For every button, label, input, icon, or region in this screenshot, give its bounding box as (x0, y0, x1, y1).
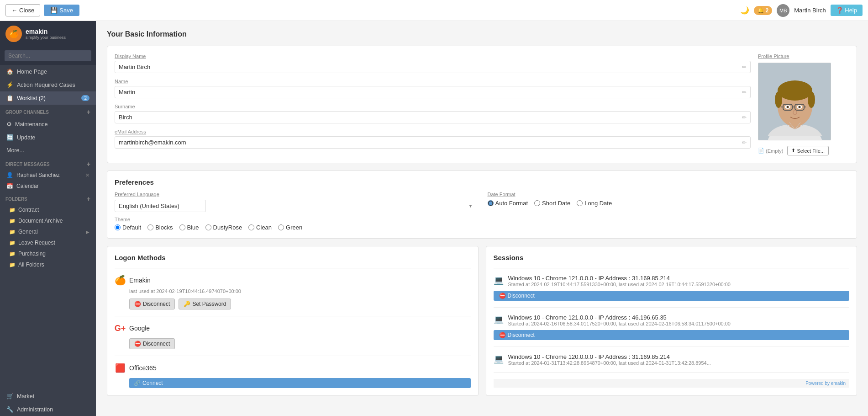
display-name-input[interactable] (119, 64, 739, 70)
google-disconnect-button[interactable]: ⛔ Disconnect (129, 338, 175, 349)
session-3-name: Windows 10 - Chrome 120.0.0.0 - IP Addre… (508, 353, 850, 360)
office365-method-icon: 🟥 (115, 363, 126, 373)
google-method-icon: G+ (115, 323, 126, 334)
select-arrow-icon: ▼ (468, 203, 473, 208)
office365-connect-button[interactable]: 🔗 Connect (129, 378, 471, 388)
person-icon: 👤 (6, 172, 13, 178)
connect-icon: 🔗 (134, 380, 141, 386)
logon-divider (115, 268, 471, 268)
theme-blue-label[interactable]: Blue (179, 224, 199, 231)
close-button[interactable]: ← Close (5, 4, 40, 16)
sidebar-item-update[interactable]: 🔄 Update (0, 131, 96, 144)
sidebar-item-more[interactable]: More... (0, 144, 96, 157)
emakin-brand-icon: 🍊 (115, 275, 126, 286)
theme-clean-label[interactable]: Clean (248, 224, 272, 231)
name-input[interactable] (119, 89, 739, 96)
language-select[interactable]: English (United States) (115, 200, 206, 212)
folder-icon-contract: 📁 (9, 207, 16, 213)
save-button[interactable]: 💾 Save (44, 5, 79, 16)
session-1-disconnect-button[interactable]: ⛔ Disconnect (494, 291, 850, 301)
theme-green-radio[interactable] (278, 224, 284, 230)
email-input[interactable] (119, 139, 739, 146)
theme-default-label[interactable]: Default (115, 224, 141, 231)
worklist-badge: 2 (81, 95, 89, 101)
date-short-radio-label[interactable]: Short Date (534, 200, 570, 207)
sidebar-item-market[interactable]: 🛒 Market (0, 389, 96, 403)
session-2-disconnect-button[interactable]: ⛔ Disconnect (494, 330, 850, 340)
name-edit-icon[interactable]: ✏ (742, 89, 747, 96)
theme-group: Theme Default Blocks Blue (115, 217, 849, 231)
select-file-button[interactable]: ⬆ Select File... (787, 146, 829, 155)
session-3-time: Started at 2024-01-31T13:42:28.8954870+0… (508, 360, 850, 366)
theme-default-radio[interactable] (115, 224, 121, 230)
empty-label: 📄 (Empty) (758, 148, 784, 154)
home-icon: 🏠 (6, 68, 14, 75)
date-format-options: Auto Format Short Date Long Date (488, 200, 850, 207)
date-short-radio[interactable] (534, 200, 540, 206)
theme-dustyrose-radio[interactable] (205, 224, 211, 230)
theme-toggle-icon[interactable]: 🌙 (740, 6, 749, 15)
basic-info-title: Your Basic Information (107, 30, 857, 38)
email-edit-icon[interactable]: ✏ (742, 139, 747, 146)
surname-edit-icon[interactable]: ✏ (742, 114, 747, 121)
date-format-label[interactable]: Date Format (488, 192, 850, 197)
sidebar-item-administration[interactable]: 🔧 Administration (0, 403, 96, 416)
user-avatar[interactable]: MB (777, 4, 789, 17)
theme-blocks-label[interactable]: Blocks (147, 224, 173, 231)
sidebar-item-action[interactable]: ⚡ Action Required Cases (0, 78, 96, 91)
add-group-channel-icon[interactable]: + (87, 108, 90, 116)
theme-clean-radio[interactable] (248, 224, 254, 230)
email-group: eMail Address ✏ (115, 129, 751, 149)
date-long-radio[interactable] (577, 200, 583, 206)
display-name-label[interactable]: Display Name (115, 53, 751, 59)
folder-item-all[interactable]: 📁 All Folders (0, 259, 96, 270)
preferences-title: Preferences (115, 178, 849, 186)
help-button[interactable]: ❓ Help (831, 5, 863, 16)
dm-close-raphael-icon[interactable]: ✕ (85, 172, 89, 178)
arrow-left-icon: ← (11, 7, 17, 14)
calendar-label: Calendar (16, 183, 39, 189)
folder-general-label: General (18, 229, 38, 235)
help-icon: ❓ (836, 7, 843, 14)
folder-item-general[interactable]: 📁 General ▶ (0, 226, 96, 237)
search-input[interactable] (5, 50, 91, 61)
sidebar-more-label: More... (6, 147, 24, 154)
sidebar-item-worklist[interactable]: 📋 Worklist (2) 2 (0, 91, 96, 105)
name-label[interactable]: Name (115, 79, 751, 84)
display-name-edit-icon[interactable]: ✏ (742, 64, 747, 70)
sidebar-item-maintenance[interactable]: ⚙ Maintenance (0, 117, 96, 131)
theme-blue-radio[interactable] (179, 224, 185, 230)
date-long-radio-label[interactable]: Long Date (577, 200, 612, 207)
surname-label[interactable]: Surname (115, 104, 751, 109)
profile-picture-image (758, 63, 831, 140)
theme-dustyrose-label[interactable]: DustyRose (205, 224, 242, 231)
email-label[interactable]: eMail Address (115, 129, 751, 134)
add-dm-icon[interactable]: + (87, 160, 90, 168)
sidebar-item-calendar[interactable]: 📅 Calendar (0, 181, 96, 192)
folder-icon-all: 📁 (9, 262, 16, 268)
surname-input-wrap: ✏ (115, 111, 751, 123)
folder-item-purchasing[interactable]: 📁 Purchasing (0, 248, 96, 259)
date-auto-radio-label[interactable]: Auto Format (488, 200, 528, 207)
emakin-disconnect-button[interactable]: ⛔ Disconnect (129, 299, 175, 309)
sidebar-item-home[interactable]: 🏠 Home Page (0, 65, 96, 78)
folder-item-leave[interactable]: 📁 Leave Request (0, 237, 96, 248)
date-auto-radio[interactable] (488, 200, 494, 206)
folder-arrow-icon: ▶ (86, 229, 89, 235)
topbar: ← Close 💾 Save 🌙 🔔 2 MB Martin Birch ❓ H… (0, 0, 868, 21)
folder-icon-document: 📁 (9, 218, 16, 224)
theme-blocks-radio[interactable] (147, 224, 153, 230)
folder-item-document[interactable]: 📁 Document Archive (0, 215, 96, 226)
theme-label[interactable]: Theme (115, 217, 849, 222)
folder-item-contract[interactable]: 📁 Contract (0, 204, 96, 215)
notifications-bell[interactable]: 🔔 2 (754, 6, 773, 15)
session-1-time: Started at 2024-02-19T10:44:17.5591330+0… (508, 282, 850, 287)
topbar-username[interactable]: Martin Birch (794, 7, 826, 14)
set-password-button[interactable]: 🔑 Set Password (179, 299, 231, 309)
surname-input[interactable] (119, 114, 739, 121)
sidebar-dm-raphael[interactable]: 👤 Raphael Sanchez ✕ (0, 170, 96, 181)
session-2-device-icon: 💻 (494, 315, 504, 325)
add-folder-icon[interactable]: + (87, 195, 90, 203)
theme-green-label[interactable]: Green (278, 224, 302, 231)
language-label[interactable]: Preferred Language (115, 192, 477, 197)
